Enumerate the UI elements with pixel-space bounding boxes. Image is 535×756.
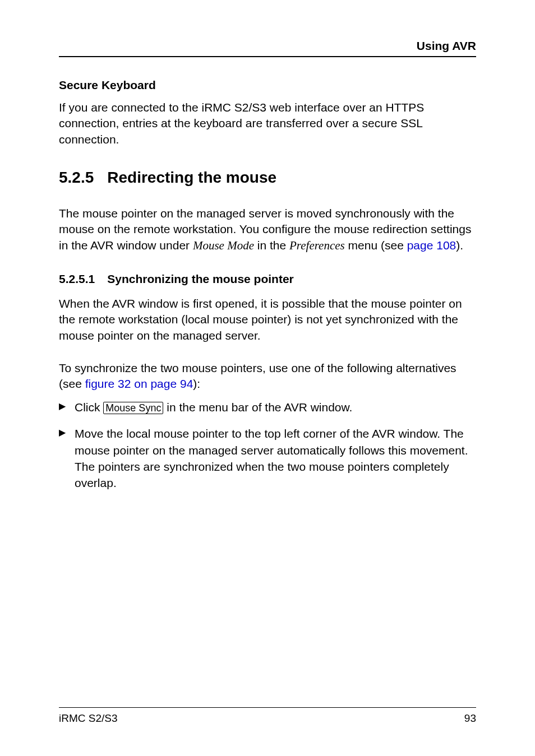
- link-page-108[interactable]: page 108: [407, 239, 456, 252]
- subsection-p2: To synchronize the two mouse pointers, u…: [59, 360, 476, 392]
- section-heading: 5.2.5 Redirecting the mouse: [59, 169, 476, 187]
- section-intro-post2: ).: [456, 239, 463, 252]
- subsection-p1-text: When the AVR window is first opened, it …: [59, 297, 462, 342]
- subsection-heading: 5.2.5.1 Synchronizing the mouse pointer: [59, 272, 476, 286]
- bullet2-text: Move the local mouse pointer to the top …: [75, 427, 468, 489]
- list-item: ▶ Click Mouse Sync in the menu bar of th…: [59, 399, 476, 415]
- running-header-text: Using AVR: [417, 39, 476, 52]
- mouse-sync-button-label: Mouse Sync: [103, 402, 163, 415]
- running-header: Using AVR: [59, 39, 476, 57]
- sub-heading-text: Secure Keyboard: [59, 78, 156, 91]
- footer-page-number: 93: [464, 712, 476, 725]
- triangle-right-icon: ▶: [59, 399, 66, 415]
- subsection-number: 5.2.5.1: [59, 272, 95, 286]
- bullet1-pre: Click: [75, 401, 103, 414]
- section-intro-mid: in the: [254, 239, 289, 252]
- subsection-title: Synchronizing the mouse pointer: [107, 272, 294, 286]
- preferences-italic: Preferences: [289, 239, 345, 252]
- footer: iRMC S2/S3 93: [59, 707, 476, 725]
- para-secure-keyboard: If you are connected to the iRMC S2/S3 w…: [59, 100, 476, 147]
- bullet-list: ▶ Click Mouse Sync in the menu bar of th…: [59, 399, 476, 491]
- bullet-content: Move the local mouse pointer to the top …: [75, 425, 476, 491]
- section-intro-post1: menu (see: [345, 239, 407, 252]
- mouse-mode-italic: Mouse Mode: [193, 239, 254, 252]
- footer-left: iRMC S2/S3: [59, 712, 118, 725]
- triangle-right-icon: ▶: [59, 425, 66, 491]
- page: Using AVR Secure Keyboard If you are con…: [0, 0, 535, 756]
- section-title: Redirecting the mouse: [107, 169, 276, 187]
- section-number: 5.2.5: [59, 169, 94, 187]
- para-text: If you are connected to the iRMC S2/S3 w…: [59, 101, 424, 146]
- bullet1-post: in the menu bar of the AVR window.: [163, 401, 352, 414]
- subsection-p1: When the AVR window is first opened, it …: [59, 296, 476, 344]
- bullet-content: Click Mouse Sync in the menu bar of the …: [75, 399, 352, 415]
- list-item: ▶ Move the local mouse pointer to the to…: [59, 425, 476, 491]
- link-figure-32[interactable]: figure 32 on page 94: [85, 377, 193, 390]
- section-intro-para: The mouse pointer on the managed server …: [59, 206, 476, 253]
- subsection-p2-post: ):: [193, 377, 200, 390]
- sub-heading-secure-keyboard: Secure Keyboard: [59, 78, 476, 92]
